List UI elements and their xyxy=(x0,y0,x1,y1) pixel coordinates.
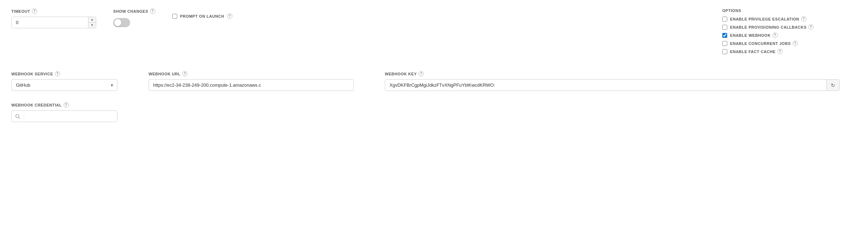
timeout-label-text: TIMEOUT xyxy=(11,9,30,13)
credential-search-icon xyxy=(12,111,24,122)
webhook-service-help-icon[interactable]: ? xyxy=(55,71,60,76)
webhook-key-refresh-button[interactable]: ↻ xyxy=(826,80,839,91)
webhook-url-group: WEBHOOK URL ? xyxy=(149,71,354,91)
option-concurrent-jobs-checkbox[interactable] xyxy=(722,41,727,46)
webhook-key-group: WEBHOOK KEY ? ↻ xyxy=(385,71,840,91)
show-changes-toggle[interactable] xyxy=(113,18,130,27)
timeout-label: TIMEOUT ? xyxy=(11,8,96,14)
option-concurrent-jobs: ENABLE CONCURRENT JOBS ? xyxy=(722,41,857,46)
show-changes-help-icon[interactable]: ? xyxy=(150,8,155,14)
show-changes-toggle-wrapper xyxy=(113,18,155,27)
webhook-url-input[interactable] xyxy=(149,79,354,91)
option-provisioning-callbacks-help-icon[interactable]: ? xyxy=(808,24,814,30)
toggle-slider xyxy=(113,18,130,27)
timeout-increment-button[interactable]: ▲ xyxy=(88,17,96,23)
option-privilege-escalation: ENABLE PRIVILEGE ESCALATION ? xyxy=(722,16,857,22)
option-privilege-escalation-label: ENABLE PRIVILEGE ESCALATION ? xyxy=(730,16,806,22)
top-row: TIMEOUT ? ▲ ▼ SHOW CHANGES ? xyxy=(11,8,857,57)
webhook-url-help-icon[interactable]: ? xyxy=(182,71,187,76)
webhook-service-group: WEBHOOK SERVICE ? GitHub GitLab ▼ xyxy=(11,71,117,91)
webhook-service-label: WEBHOOK SERVICE ? xyxy=(11,71,117,76)
webhook-credential-group: WEBHOOK CREDENTIAL ? xyxy=(11,102,857,122)
option-webhook-help-icon[interactable]: ? xyxy=(772,33,778,38)
option-provisioning-callbacks-label: ENABLE PROVISIONING CALLBACKS ? xyxy=(730,24,814,30)
option-concurrent-jobs-help-icon[interactable]: ? xyxy=(793,41,798,46)
prompt-on-launch-group: PROMPT ON LAUNCH ? xyxy=(172,10,232,19)
option-webhook: ENABLE WEBHOOK ? xyxy=(722,33,857,38)
option-fact-cache-help-icon[interactable]: ? xyxy=(777,49,783,54)
option-concurrent-jobs-label: ENABLE CONCURRENT JOBS ? xyxy=(730,41,798,46)
webhook-url-label: WEBHOOK URL ? xyxy=(149,71,354,76)
prompt-on-launch-row: PROMPT ON LAUNCH ? xyxy=(172,13,232,19)
webhook-key-input[interactable] xyxy=(385,80,826,91)
options-title: OPTIONS xyxy=(722,8,857,13)
timeout-decrement-button[interactable]: ▼ xyxy=(88,23,96,28)
option-provisioning-callbacks-checkbox[interactable] xyxy=(722,25,727,30)
option-privilege-escalation-help-icon[interactable]: ? xyxy=(801,16,806,22)
timeout-spinner: ▲ ▼ xyxy=(88,17,96,28)
option-fact-cache: ENABLE FACT CACHE ? xyxy=(722,49,857,54)
options-section: OPTIONS ENABLE PRIVILEGE ESCALATION ? EN… xyxy=(722,8,857,57)
webhook-key-label-text: WEBHOOK KEY xyxy=(385,72,417,76)
webhook-service-label-text: WEBHOOK SERVICE xyxy=(11,72,53,76)
timeout-input[interactable] xyxy=(12,17,88,28)
option-privilege-escalation-checkbox[interactable] xyxy=(722,17,727,22)
webhook-credential-input[interactable] xyxy=(24,111,117,122)
timeout-help-icon[interactable]: ? xyxy=(32,8,37,14)
webhook-row: WEBHOOK SERVICE ? GitHub GitLab ▼ WEBHOO… xyxy=(11,71,857,91)
show-changes-group: SHOW CHANGES ? xyxy=(113,8,155,27)
show-changes-label: SHOW CHANGES ? xyxy=(113,8,155,14)
option-webhook-checkbox[interactable] xyxy=(722,33,727,38)
webhook-key-help-icon[interactable]: ? xyxy=(418,71,424,76)
webhook-credential-label: WEBHOOK CREDENTIAL ? xyxy=(11,102,857,108)
prompt-on-launch-help-icon[interactable]: ? xyxy=(227,13,232,19)
timeout-input-wrapper: ▲ ▼ xyxy=(11,17,96,28)
webhook-key-input-wrapper: ↻ xyxy=(385,79,840,91)
webhook-credential-label-text: WEBHOOK CREDENTIAL xyxy=(11,103,62,107)
prompt-on-launch-checkbox[interactable] xyxy=(172,14,177,19)
webhook-key-label: WEBHOOK KEY ? xyxy=(385,71,840,76)
webhook-credential-input-wrapper xyxy=(11,110,117,122)
svg-line-1 xyxy=(19,117,20,119)
webhook-url-label-text: WEBHOOK URL xyxy=(149,72,180,76)
webhook-credential-help-icon[interactable]: ? xyxy=(64,102,69,108)
webhook-service-select-wrapper: GitHub GitLab ▼ xyxy=(11,79,117,91)
webhook-service-select[interactable]: GitHub GitLab xyxy=(11,79,117,91)
option-fact-cache-label: ENABLE FACT CACHE ? xyxy=(730,49,783,54)
option-provisioning-callbacks: ENABLE PROVISIONING CALLBACKS ? xyxy=(722,24,857,30)
show-changes-label-text: SHOW CHANGES xyxy=(113,9,148,13)
option-fact-cache-checkbox[interactable] xyxy=(722,49,727,54)
prompt-on-launch-label: PROMPT ON LAUNCH xyxy=(180,14,224,18)
timeout-group: TIMEOUT ? ▲ ▼ xyxy=(11,8,96,28)
settings-container: TIMEOUT ? ▲ ▼ SHOW CHANGES ? xyxy=(0,0,868,225)
option-webhook-label: ENABLE WEBHOOK ? xyxy=(730,33,778,38)
